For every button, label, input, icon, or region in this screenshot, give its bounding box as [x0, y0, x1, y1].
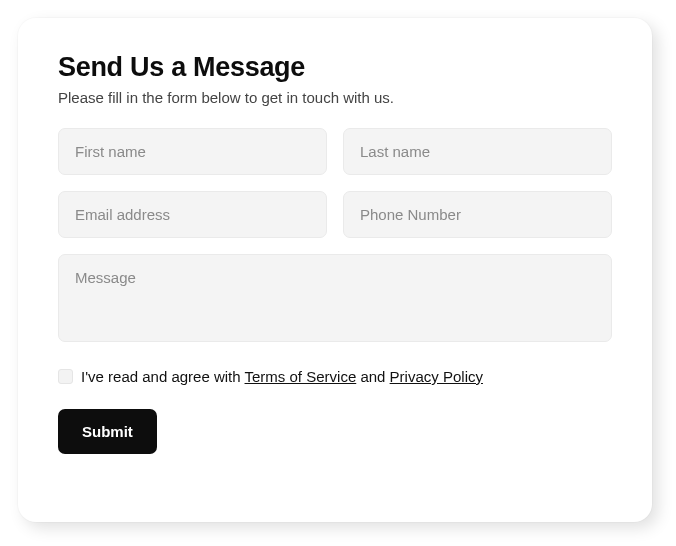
first-name-field[interactable] — [58, 128, 327, 175]
consent-middle: and — [356, 368, 389, 385]
name-row — [58, 128, 612, 175]
consent-row: I've read and agree with Terms of Servic… — [58, 368, 612, 385]
contact-form-card: Send Us a Message Please fill in the for… — [18, 18, 652, 522]
message-row — [58, 254, 612, 346]
form-subheading: Please fill in the form below to get in … — [58, 89, 612, 106]
form-heading: Send Us a Message — [58, 52, 612, 83]
phone-field[interactable] — [343, 191, 612, 238]
consent-text: I've read and agree with Terms of Servic… — [81, 368, 483, 385]
message-field[interactable] — [58, 254, 612, 342]
consent-checkbox[interactable] — [58, 369, 73, 384]
email-field[interactable] — [58, 191, 327, 238]
contact-row — [58, 191, 612, 238]
last-name-field[interactable] — [343, 128, 612, 175]
submit-button[interactable]: Submit — [58, 409, 157, 454]
privacy-link[interactable]: Privacy Policy — [390, 368, 483, 385]
terms-link[interactable]: Terms of Service — [245, 368, 357, 385]
consent-prefix: I've read and agree with — [81, 368, 245, 385]
